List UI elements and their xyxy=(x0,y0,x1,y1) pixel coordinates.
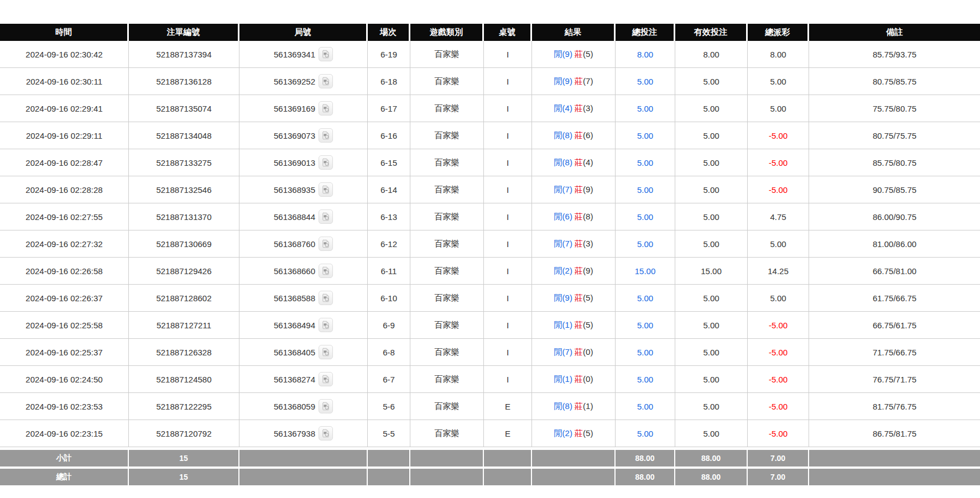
cell-table-number: I xyxy=(484,366,532,393)
cell-result: 閒(1) 莊(5) xyxy=(532,312,616,339)
grandtotal-empty-round xyxy=(239,466,368,485)
total-bet-link[interactable]: 15.00 xyxy=(635,266,656,276)
round-number-value: 561368405 xyxy=(274,348,315,357)
video-replay-button[interactable] xyxy=(319,47,333,61)
payout-value: -5.00 xyxy=(769,321,788,330)
video-replay-button[interactable] xyxy=(319,209,333,224)
cell-game-type: 百家樂 xyxy=(410,41,484,68)
col-header-valid-bet: 有效投注 xyxy=(675,24,748,41)
total-bet-link[interactable]: 5.00 xyxy=(637,375,653,384)
result-banker-score: (3) xyxy=(583,103,593,113)
video-replay-button[interactable] xyxy=(319,182,333,197)
cell-valid-bet: 5.00 xyxy=(675,339,748,366)
subtotal-total-bet: 88.00 xyxy=(616,447,675,466)
cell-game-type: 百家樂 xyxy=(410,176,484,203)
result-banker-label: 莊 xyxy=(575,428,583,438)
cell-round-number: 561368405 xyxy=(239,339,368,366)
total-bet-link[interactable]: 5.00 xyxy=(637,321,653,330)
table-row: 2024-09-16 02:30:11 521887136128 5613692… xyxy=(0,68,980,95)
video-replay-button[interactable] xyxy=(319,345,333,359)
cell-remark: 61.75/66.75 xyxy=(809,285,980,312)
cell-bet-number: 521887136128 xyxy=(129,68,239,95)
cell-total-bet: 5.00 xyxy=(616,203,675,230)
cell-remark: 76.75/71.75 xyxy=(809,366,980,393)
payout-value: -5.00 xyxy=(769,158,788,167)
result-banker-label: 莊 xyxy=(575,239,583,248)
table-row: 2024-09-16 02:23:15 521887120792 5613679… xyxy=(0,420,980,447)
video-replay-button[interactable] xyxy=(319,426,333,441)
col-header-round-number: 局號 xyxy=(239,24,368,41)
total-bet-link[interactable]: 5.00 xyxy=(637,348,653,357)
cell-game-type: 百家樂 xyxy=(410,230,484,258)
cell-game-type: 百家樂 xyxy=(410,393,484,420)
video-replay-button[interactable] xyxy=(319,264,333,278)
cell-total-payout: -5.00 xyxy=(748,420,809,447)
video-replay-button[interactable] xyxy=(319,291,333,305)
cell-table-number: I xyxy=(484,203,532,230)
cell-round-number: 561368588 xyxy=(239,285,368,312)
video-replay-icon xyxy=(321,428,331,438)
cell-valid-bet: 5.00 xyxy=(675,393,748,420)
cell-valid-bet: 5.00 xyxy=(675,420,748,447)
grandtotal-empty-remark xyxy=(809,466,980,485)
cell-session: 6-11 xyxy=(368,258,410,285)
total-bet-link[interactable]: 5.00 xyxy=(637,185,653,195)
table-row: 2024-09-16 02:23:53 521887122295 5613680… xyxy=(0,393,980,420)
total-bet-link[interactable]: 5.00 xyxy=(637,104,653,113)
cell-bet-number: 521887130669 xyxy=(129,230,239,258)
subtotal-payout: 7.00 xyxy=(748,447,809,466)
total-bet-link[interactable]: 5.00 xyxy=(637,131,653,140)
col-header-total-bet: 總投注 xyxy=(616,24,675,41)
video-replay-button[interactable] xyxy=(319,399,333,413)
total-bet-link[interactable]: 5.00 xyxy=(637,158,653,167)
cell-total-bet: 5.00 xyxy=(616,176,675,203)
cell-bet-number: 521887129426 xyxy=(129,258,239,285)
cell-total-payout: -5.00 xyxy=(748,312,809,339)
cell-result: 閒(2) 莊(9) xyxy=(532,258,616,285)
cell-round-number: 561368660 xyxy=(239,258,368,285)
cell-bet-number: 521887127211 xyxy=(129,312,239,339)
video-replay-button[interactable] xyxy=(319,372,333,386)
cell-table-number: I xyxy=(484,258,532,285)
video-replay-icon xyxy=(321,185,331,195)
cell-table-number: I xyxy=(484,339,532,366)
table-row: 2024-09-16 02:28:47 521887133275 5613690… xyxy=(0,149,980,176)
video-replay-button[interactable] xyxy=(319,155,333,170)
cell-time: 2024-09-16 02:29:11 xyxy=(0,122,129,149)
payout-value: -5.00 xyxy=(769,402,788,411)
payout-value: 5.00 xyxy=(770,104,786,113)
total-bet-link[interactable]: 5.00 xyxy=(637,77,653,86)
total-bet-link[interactable]: 8.00 xyxy=(637,50,653,59)
cell-time: 2024-09-16 02:23:53 xyxy=(0,393,129,420)
result-banker-label: 莊 xyxy=(575,374,583,384)
video-replay-icon xyxy=(321,293,331,303)
subtotal-valid-bet: 88.00 xyxy=(675,447,748,466)
cell-time: 2024-09-16 02:24:50 xyxy=(0,366,129,393)
grandtotal-payout: 7.00 xyxy=(748,466,809,485)
video-replay-button[interactable] xyxy=(319,74,333,88)
total-bet-link[interactable]: 5.00 xyxy=(637,429,653,438)
total-bet-link[interactable]: 5.00 xyxy=(637,212,653,222)
round-number-value: 561368274 xyxy=(274,375,315,384)
cell-game-type: 百家樂 xyxy=(410,258,484,285)
result-player-score: 閒(6) xyxy=(554,212,572,221)
total-bet-link[interactable]: 5.00 xyxy=(637,402,653,411)
video-replay-button[interactable] xyxy=(319,237,333,251)
total-bet-link[interactable]: 5.00 xyxy=(637,293,653,303)
cell-session: 6-18 xyxy=(368,68,410,95)
video-replay-button[interactable] xyxy=(319,128,333,143)
subtotal-empty-game-type xyxy=(410,447,484,466)
result-banker-label: 莊 xyxy=(575,266,583,275)
table-body: 2024-09-16 02:30:42 521887137394 5613693… xyxy=(0,41,980,447)
video-replay-button[interactable] xyxy=(319,318,333,332)
subtotal-empty-table xyxy=(484,447,532,466)
total-bet-link[interactable]: 5.00 xyxy=(637,239,653,249)
cell-total-payout: -5.00 xyxy=(748,149,809,176)
subtotal-label: 小計 xyxy=(0,447,129,466)
cell-remark: 80.75/85.75 xyxy=(809,68,980,95)
video-replay-button[interactable] xyxy=(319,101,333,116)
video-replay-icon xyxy=(321,374,331,384)
cell-table-number: I xyxy=(484,176,532,203)
cell-total-payout: 8.00 xyxy=(748,41,809,68)
subtotal-count: 15 xyxy=(129,447,239,466)
